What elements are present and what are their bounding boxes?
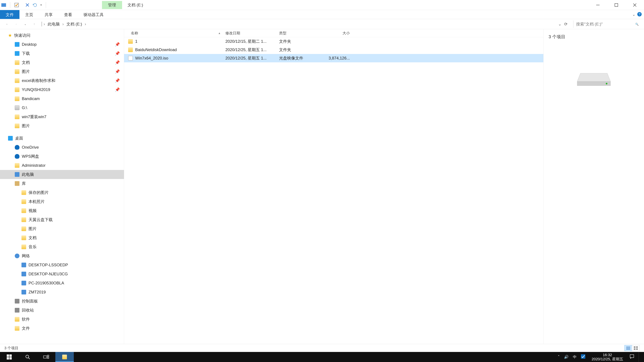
minimize-button[interactable] [589,0,607,10]
breadcrumb-part-0[interactable]: 此电脑 [46,21,61,27]
file-row[interactable]: Win7x64_2020.iso2020/12/25, 星期五 1...光盘映像… [124,54,544,62]
taskbar: ˄ 🔊 中 16:32 2020/12/25, 星期五 [0,352,644,362]
ic-folder-icon [22,208,26,213]
qat-delete-icon[interactable]: ✕ [25,2,30,8]
view-thumbnails-button[interactable] [632,345,640,351]
tree-item[interactable]: Desktop📌 [0,40,124,49]
tree-item[interactable]: DESKTOP-LSSOEDP [0,260,124,270]
tree-section-label: 桌面 [15,136,23,141]
tree-item-label: 文件 [22,326,30,331]
tree-item[interactable]: 网络 [0,251,124,260]
col-size[interactable]: 大小 [322,31,352,36]
file-rows: 12020/12/15, 星期二 1...文件夹BaiduNetdiskDown… [124,37,544,62]
tree-item[interactable]: 软件 [0,315,124,324]
col-name[interactable]: 名称▲ [124,31,223,36]
tree-item[interactable]: 文件 [0,324,124,333]
tree-item[interactable]: 图片 [0,121,124,130]
taskbar-clock[interactable]: 16:32 2020/12/25, 星期五 [590,353,625,361]
taskbar-explorer-button[interactable] [55,352,74,362]
col-type[interactable]: 类型 [277,31,322,36]
ic-net-icon [15,254,20,258]
tree-item[interactable]: WPS网盘 [0,152,124,161]
maximize-button[interactable] [607,0,626,10]
tree-item[interactable]: 此电脑 [0,170,124,179]
tree-item[interactable]: PC-20190530OBLA [0,279,124,288]
ribbon-tab-file[interactable]: 文件 [0,10,20,19]
tree-item[interactable]: 天翼云盘下载 [0,215,124,224]
ime-indicator[interactable]: 中 [573,355,576,360]
nav-back-button[interactable]: ← [4,21,10,27]
file-name: 1 [135,39,137,44]
tree-item[interactable]: DESKTOP-NJEU3CG [0,270,124,279]
nav-up-button[interactable]: ↑ [31,21,38,27]
navigation-tree[interactable]: ★快速访问Desktop📌下载📌文档📌图片📌excel表格制作求和📌YUNQIS… [0,29,124,344]
breadcrumb-part-1[interactable]: 文档 (E:) [66,21,83,27]
chevron-right-icon[interactable]: › [84,22,87,26]
help-icon[interactable]: ? [637,12,642,17]
tree-item[interactable]: 图片 [0,224,124,233]
tray-overflow-icon[interactable]: ˄ [558,355,560,359]
ribbon-expand-icon[interactable]: ⌄ [632,12,635,17]
qat-undo-icon[interactable] [33,3,38,7]
tree-item[interactable]: YUNQISHI2019📌 [0,85,124,94]
breadcrumb[interactable]: › 此电脑 › 文档 (E:) › ⌄ ⟳ [40,20,571,28]
tree-item[interactable]: Bandicam [0,94,124,103]
tree-item[interactable]: ZMT2019 [0,288,124,297]
tree-item[interactable]: 保存的图片 [0,188,124,197]
tree-item[interactable]: win7重装win7 [0,112,124,121]
chevron-right-icon[interactable]: › [62,22,64,26]
tree-item[interactable]: 本机照片 [0,197,124,206]
volume-icon[interactable]: 🔊 [564,355,568,359]
ribbon-tab-share[interactable]: 共享 [39,10,58,19]
tree-item[interactable]: 视频 [0,206,124,215]
tree-section[interactable]: ★快速访问 [0,31,124,40]
tree-item[interactable]: 文档 [0,233,124,242]
file-row[interactable]: 12020/12/15, 星期二 1...文件夹 [124,37,544,45]
ic-folder-icon [22,236,26,240]
ribbon-tab-home[interactable]: 主页 [20,10,39,19]
ribbon-tab-view[interactable]: 查看 [58,10,78,19]
ic-drive-icon [15,105,20,110]
address-dropdown-icon[interactable]: ⌄ [558,22,562,26]
tree-item[interactable]: 音乐 [0,242,124,251]
ic-folder-icon [15,123,20,128]
tree-item[interactable]: 图片📌 [0,67,124,76]
tree-item[interactable]: excel表格制作求和📌 [0,76,124,85]
nav-forward-button[interactable]: → [13,21,20,27]
tree-item[interactable]: Administrator [0,161,124,170]
view-details-button[interactable] [624,345,632,351]
refresh-icon[interactable]: ⟳ [562,22,569,26]
svg-point-8 [606,83,608,84]
tree-item[interactable]: 控制面板 [0,297,124,306]
tree-item[interactable]: 下载📌 [0,49,124,58]
tree-item[interactable]: OneDrive [0,143,124,152]
qat-checkbox-icon[interactable] [14,3,19,7]
tree-section[interactable]: 桌面 [0,134,124,143]
tree-item[interactable]: G:\ [0,103,124,112]
file-date: 2020/12/25, 星期五 1... [223,55,277,61]
tree-item[interactable]: 回收站 [0,306,124,315]
ic-pc-icon [22,281,26,285]
tray-app-icon[interactable] [581,354,585,360]
file-row[interactable]: BaiduNetdiskDownload2020/12/25, 星期五 1...… [124,45,544,54]
search-icon[interactable]: 🔍 [635,22,639,26]
ic-folder-icon [22,217,26,222]
col-date[interactable]: 修改日期 [223,31,277,36]
ribbon-tab-drive-tools[interactable]: 驱动器工具 [78,10,109,19]
nav-history-dropdown[interactable]: ⌄ [22,21,28,27]
tree-item[interactable]: 文档📌 [0,58,124,67]
close-button[interactable] [626,0,644,10]
action-center-icon[interactable] [630,354,634,360]
tree-item-label: 音乐 [28,244,36,250]
qat-dropdown-icon[interactable]: ▾ [40,3,42,6]
start-button[interactable] [0,352,18,362]
taskbar-search-button[interactable] [18,352,37,362]
tree-item[interactable]: 库 [0,179,124,188]
context-tab-manage[interactable]: 管理 [102,1,122,9]
task-view-button[interactable] [37,352,55,362]
show-desktop-button[interactable] [639,352,641,362]
search-input[interactable] [573,20,640,28]
tree-item-label: ZMT2019 [28,290,46,295]
column-headers[interactable]: 名称▲ 修改日期 类型 大小 [124,29,544,37]
chevron-right-icon[interactable]: › [43,22,46,26]
